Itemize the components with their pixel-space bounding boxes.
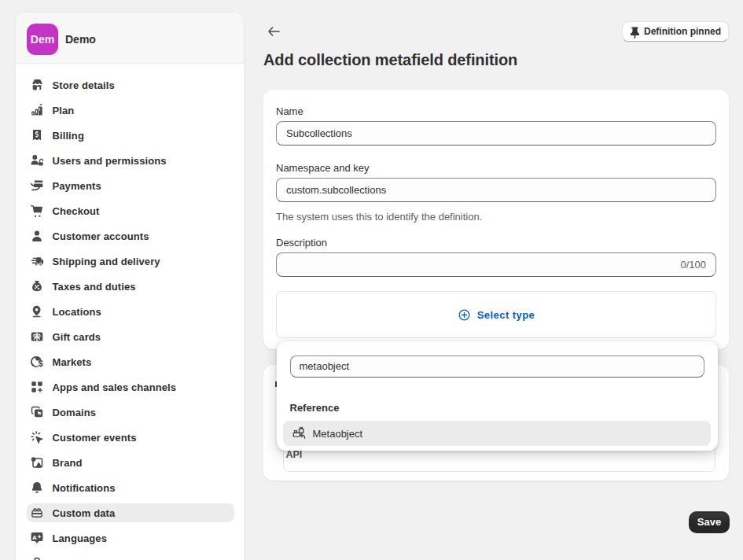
svg-text:$: $ bbox=[38, 359, 42, 368]
svg-text:A: A bbox=[32, 534, 37, 541]
